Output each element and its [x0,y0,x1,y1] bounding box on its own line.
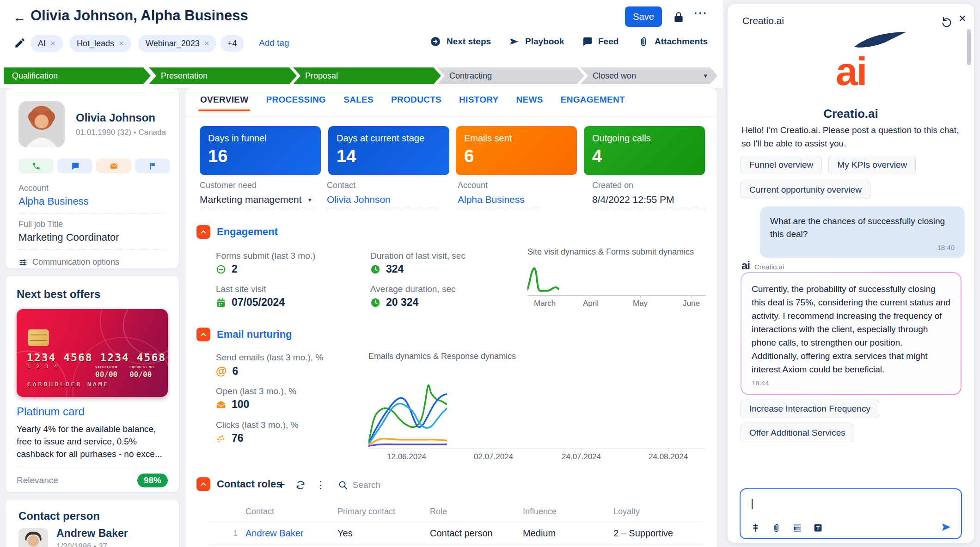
reset-chat-icon[interactable] [941,16,952,27]
attachments-label: Attachments [655,36,708,47]
email-nurturing-section-header[interactable]: Email nurturing [196,328,292,341]
ai-mini-logo: ai [741,260,750,271]
ai-message-author: ai Creatio.ai [741,260,784,271]
tab-overview[interactable]: OVERVIEW [200,95,248,111]
quick-actions [18,158,170,173]
engagement-section-header[interactable]: Engagement [196,225,278,239]
kebab-menu-icon[interactable]: ⋮ [316,479,326,491]
kpi-value: 4 [592,146,697,166]
call-button[interactable] [18,158,54,173]
funnel-stage-contracting[interactable]: Contracting [437,67,584,84]
back-button[interactable]: ← [13,10,26,25]
account-link[interactable]: Alpha Business [458,194,540,210]
funnel-stage-closed-won[interactable]: Closed won ▾ [581,67,717,84]
tab-engagement[interactable]: ENGAGEMENT [561,95,625,111]
row-contact-link[interactable]: Andrew Baker [245,528,304,539]
suggestion-opportunity-overview[interactable]: Current opportunity overview [741,181,870,199]
funnel-stage-qualification[interactable]: Qualification [4,67,151,84]
suggestion-kpis-overview[interactable]: My KPIs overview [828,156,916,174]
chat-input[interactable]: | [740,488,962,539]
suggestion-funnel-overview[interactable]: Funnel overview [741,156,822,174]
contact-link[interactable]: Olivia Johnson [327,194,437,210]
funnel-stage-proposal[interactable]: Proposal [293,67,441,84]
tag-pill[interactable]: Webinar_2023 × [138,35,216,52]
text-style-icon[interactable] [813,523,823,533]
row-loyalty: 2 – Supportive [613,528,673,539]
tags-overflow-badge[interactable]: +4 [220,35,244,52]
search-input[interactable] [353,480,422,490]
suggestion-offer-services[interactable]: Offer Additional Services [741,424,854,442]
remove-tag-icon[interactable]: × [119,39,124,49]
metric-label: Forms submit (last 3 mo.) [216,251,315,261]
template-icon[interactable] [792,523,802,533]
email-button[interactable] [96,158,131,173]
refresh-icon[interactable] [295,480,306,490]
row-influence: Medium [523,528,556,539]
metric-value: 2 [216,263,238,275]
add-record-button[interactable]: + [278,479,285,491]
collapse-icon[interactable] [196,477,210,491]
collapse-icon[interactable] [196,328,210,341]
tag-pill[interactable]: AI × [31,35,63,52]
playbook-label: Playbook [525,36,564,47]
more-actions-button[interactable]: ⋯ [693,5,708,21]
relevance-label: Relevance [17,475,58,486]
tab-processing[interactable]: PROCESSING [266,95,326,111]
remove-tag-icon[interactable]: × [204,39,209,49]
column-header[interactable]: Loyalty [613,507,640,517]
dropdown-icon[interactable]: ▾ [308,196,312,203]
contact-person-name[interactable]: Andrew Baker [56,527,128,540]
save-button[interactable]: Save [625,6,662,27]
insert-field-icon[interactable] [751,523,760,533]
contact-profile-card: Olivia Johnson 01.01.1990 (32) • Canada … [5,88,179,269]
feed-button[interactable]: Feed [582,36,619,47]
suggestions-row: Funnel overview My KPIs overview [741,156,916,174]
collapse-icon[interactable] [196,225,210,239]
edit-tags-icon[interactable] [14,37,26,49]
chat-button[interactable] [57,158,92,173]
tab-products[interactable]: PRODUCTS [391,95,441,111]
tab-bar: OVERVIEW PROCESSING SALES PRODUCTS HISTO… [200,95,625,111]
column-header[interactable]: Primary contact [337,507,395,517]
metric-label: Open (last 3 mo.), % [216,386,296,396]
customer-need-select[interactable]: Marketing management ▾ [200,194,316,210]
column-header[interactable]: Influence [523,507,557,517]
x-axis [368,449,705,449]
metric-label: Duration of last visit, sec [370,251,466,261]
column-header[interactable]: Contact [245,507,274,517]
tab-history[interactable]: HISTORY [459,95,499,111]
search-icon[interactable] [338,480,348,490]
attachments-button[interactable]: Attachments [638,36,708,47]
remove-tag-icon[interactable]: × [50,39,55,49]
tab-sales[interactable]: SALES [343,95,374,111]
calendar-icon [216,298,226,308]
field-label: Customer need [200,181,316,190]
close-panel-icon[interactable]: × [959,12,966,26]
expires-value: 00/00 [129,370,152,379]
tag-pill[interactable]: Hot_leads × [69,35,131,52]
lock-icon[interactable] [673,11,685,23]
stage-dropdown-icon[interactable]: ▾ [704,72,707,80]
playbook-button[interactable]: Playbook [508,36,564,47]
user-message-bubble: What are the chances of successfully clo… [760,207,965,258]
contact-person-meta: 1/20/1986 • 37 [56,542,107,547]
metric-label: Last site visit [216,284,266,294]
divider [18,213,166,213]
feed-label: Feed [598,36,619,47]
suggestion-increase-frequency[interactable]: Increase Interaction Frequency [741,400,879,418]
communication-options-button[interactable]: Communication options [18,257,119,267]
attach-file-icon[interactable] [772,523,781,533]
divider [18,249,166,249]
tab-news[interactable]: NEWS [516,95,543,111]
account-link[interactable]: Alpha Business [18,195,89,207]
send-button[interactable] [941,522,952,533]
funnel-stage-presentation[interactable]: Presentation [149,67,297,84]
offer-name-link[interactable]: Platinum card [17,405,168,418]
next-steps-button[interactable]: Next steps [430,36,491,47]
card-number-small: 1 2 3 4 [27,364,58,370]
kpi-outgoing-calls: Outgoing calls 4 [584,126,705,175]
ai-author-name: Creatio.ai [754,263,784,271]
column-header[interactable]: Role [430,507,447,517]
flag-button[interactable] [135,158,170,173]
add-tag-button[interactable]: Add tag [259,38,289,48]
